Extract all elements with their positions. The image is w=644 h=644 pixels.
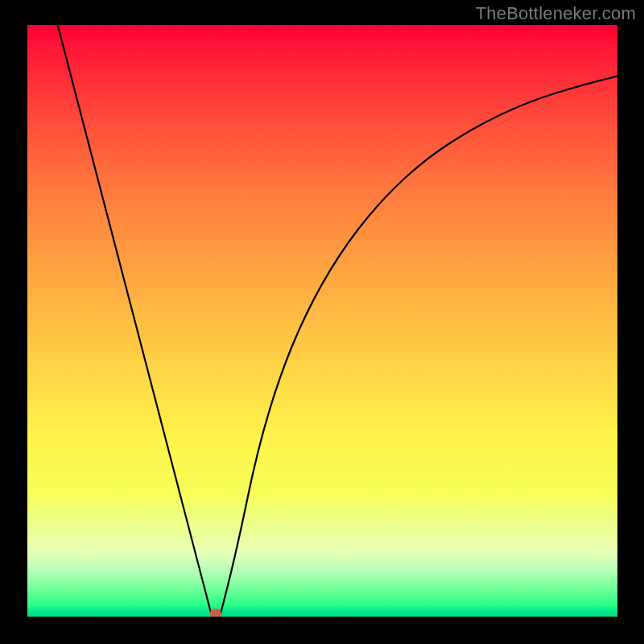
chart-container: TheBottleneker.com <box>0 0 644 644</box>
curve-left-branch <box>56 25 211 613</box>
curve-layer <box>27 25 617 617</box>
watermark-text: TheBottleneker.com <box>476 3 636 24</box>
minimum-point-marker <box>210 609 221 617</box>
plot-area <box>27 25 617 617</box>
curve-right-branch <box>221 75 617 613</box>
